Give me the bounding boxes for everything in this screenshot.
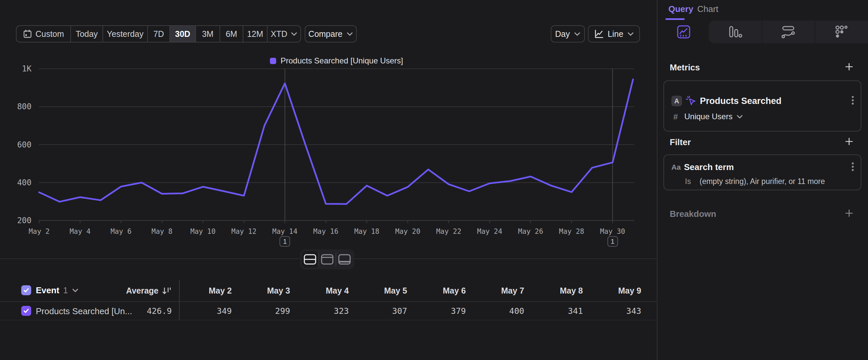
sort-descending-icon: [162, 286, 172, 296]
svg-text:1K: 1K: [22, 64, 31, 74]
layout-chart-only-button[interactable]: [319, 251, 336, 268]
range-3m-button[interactable]: 3M: [195, 26, 219, 42]
report-type-tray: [709, 21, 868, 43]
date-column-header[interactable]: May 7: [468, 286, 524, 296]
range-xtd-button[interactable]: XTD: [267, 26, 300, 42]
granularity-dropdown[interactable]: Day: [551, 25, 585, 43]
add-filter-button[interactable]: [845, 137, 854, 146]
annotation-badge[interactable]: 1: [608, 236, 618, 247]
svg-text:May 18: May 18: [354, 227, 379, 236]
svg-text:May 2: May 2: [29, 227, 50, 236]
filter-property-name[interactable]: Search term: [684, 162, 734, 172]
date-column-header[interactable]: May 8: [527, 286, 583, 296]
table-only-icon: [338, 253, 351, 265]
breakdown-section-header: Breakdown: [670, 209, 716, 219]
query-builder-panel: Query Chart Metrics A Products Sear: [657, 0, 868, 360]
add-breakdown-button[interactable]: [845, 209, 854, 218]
kebab-menu-icon[interactable]: [851, 162, 854, 172]
svg-text:600: 600: [17, 140, 31, 149]
range-custom-button[interactable]: Custom: [17, 26, 70, 42]
metric-letter-badge: A: [672, 95, 682, 106]
date-column-header[interactable]: May 6: [409, 286, 466, 296]
layout-table-only-button[interactable]: [336, 251, 353, 268]
flows-icon: [781, 25, 796, 39]
date-column-header[interactable]: May 3: [234, 286, 290, 296]
average-column-header[interactable]: Average: [93, 286, 172, 296]
aggregation-dropdown[interactable]: Unique Users: [684, 112, 743, 121]
svg-text:May 14: May 14: [272, 227, 298, 236]
filter-card[interactable]: Aa Search term Is (empty string), Air pu…: [663, 155, 861, 190]
date-column-header[interactable]: May 9: [585, 286, 641, 296]
select-all-checkbox[interactable]: [21, 285, 31, 295]
chart-only-icon: [320, 253, 334, 265]
range-label: Custom: [35, 29, 64, 39]
divider: [0, 301, 657, 302]
range-12m-button[interactable]: 12M: [243, 26, 267, 42]
calendar-icon: [23, 29, 32, 38]
kebab-menu-icon[interactable]: [851, 95, 854, 106]
layout-split-view-button[interactable]: [302, 251, 318, 268]
line-chart-icon: [594, 29, 604, 39]
svg-text:May 22: May 22: [436, 227, 461, 236]
table-row-average: 426.9: [99, 306, 172, 316]
date-column-header[interactable]: May 2: [176, 286, 232, 296]
check-icon: [22, 307, 30, 315]
legend-swatch: [270, 58, 276, 64]
report-type-insights-button[interactable]: [676, 25, 691, 39]
value-cell: 307: [351, 306, 407, 316]
range-today-button[interactable]: Today: [70, 26, 102, 42]
chevron-down-icon: [291, 32, 298, 36]
chevron-down-icon: [736, 114, 743, 119]
value-cell: 349: [176, 306, 232, 316]
metric-card[interactable]: A Products Searched # Unique Users: [663, 80, 861, 132]
tab-query[interactable]: Query: [669, 4, 693, 14]
filter-operator[interactable]: Is: [685, 177, 691, 186]
event-header[interactable]: Event 1: [36, 285, 79, 295]
value-cell: 341: [527, 306, 583, 316]
analytics-app: Custom Today Yesterday 7D 30D 3M 6M 12M …: [0, 0, 868, 360]
svg-text:400: 400: [17, 178, 31, 187]
range-6m-button[interactable]: 6M: [219, 26, 243, 42]
svg-text:May 30: May 30: [600, 227, 625, 236]
metrics-section-header: Metrics: [670, 62, 700, 73]
svg-text:May 4: May 4: [70, 227, 91, 236]
value-cell: 379: [409, 306, 466, 316]
svg-text:May 8: May 8: [152, 227, 173, 236]
date-column-header[interactable]: May 5: [351, 286, 407, 296]
chevron-down-icon: [574, 32, 581, 36]
report-type-retention-button[interactable]: [815, 21, 868, 43]
report-type-flows-button[interactable]: [762, 21, 815, 43]
value-cell: 400: [468, 306, 524, 316]
event-cursor-icon: [685, 95, 696, 107]
retention-icon: [835, 25, 849, 39]
value-cell: 343: [585, 306, 641, 316]
chevron-down-icon: [627, 32, 634, 36]
aggregation-prefix: #: [673, 112, 678, 121]
insights-icon: [676, 25, 691, 39]
range-7d-button[interactable]: 7D: [147, 26, 169, 42]
chart-type-dropdown[interactable]: Line: [588, 25, 640, 43]
value-cell: 323: [292, 306, 349, 316]
svg-text:May 26: May 26: [518, 227, 544, 236]
funnels-icon: [728, 25, 742, 38]
date-column-header[interactable]: May 4: [292, 286, 349, 296]
svg-text:May 12: May 12: [231, 227, 257, 236]
layout-switcher: [300, 249, 354, 269]
chevron-down-icon: [346, 32, 353, 36]
range-30d-button[interactable]: 30D: [169, 26, 195, 42]
svg-text:May 20: May 20: [395, 227, 421, 236]
annotation-badge[interactable]: 1: [279, 236, 290, 247]
report-type-funnels-button[interactable]: [709, 21, 762, 43]
svg-text:May 28: May 28: [559, 227, 584, 236]
row-checkbox[interactable]: [21, 306, 31, 316]
tab-chart[interactable]: Chart: [697, 4, 718, 14]
compare-button[interactable]: Compare: [305, 25, 357, 43]
main-report-area: Custom Today Yesterday 7D 30D 3M 6M 12M …: [0, 0, 657, 360]
add-metric-button[interactable]: [845, 62, 854, 71]
metric-name[interactable]: Products Searched: [700, 96, 781, 106]
date-range-selector: Custom Today Yesterday 7D 30D 3M 6M 12M …: [16, 25, 301, 43]
range-yesterday-button[interactable]: Yesterday: [102, 26, 147, 42]
string-property-icon: Aa: [672, 163, 681, 172]
filter-value[interactable]: (empty string), Air purifier, or 11 more: [700, 177, 825, 186]
divider: [0, 320, 657, 321]
